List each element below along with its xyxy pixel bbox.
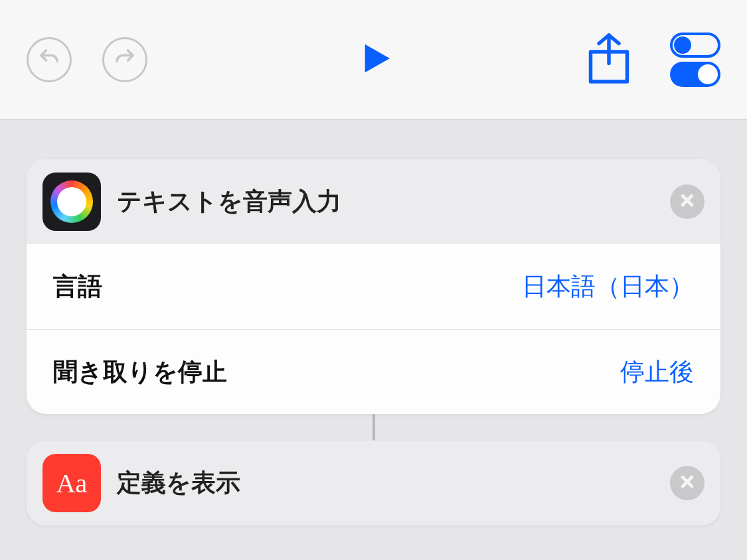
action-header[interactable]: Aa 定義を表示 (27, 441, 720, 525)
close-icon (678, 191, 697, 212)
action-connector (27, 414, 720, 441)
undo-button[interactable] (27, 37, 72, 82)
remove-action-button[interactable] (670, 184, 705, 219)
param-stop-listening-row[interactable]: 聞き取りを停止 停止後 (27, 329, 720, 414)
close-icon (678, 472, 697, 494)
toolbar-right (585, 32, 720, 88)
settings-toggle-icon (670, 33, 720, 87)
param-value-language[interactable]: 日本語（日本） (522, 270, 694, 303)
remove-action-button[interactable] (670, 466, 705, 500)
action-header[interactable]: テキストを音声入力 (27, 159, 720, 244)
play-icon (353, 37, 395, 82)
dictionary-icon: Aa (42, 454, 101, 512)
share-button[interactable] (585, 32, 633, 88)
action-title: テキストを音声入力 (117, 185, 341, 218)
workflow-content: テキストを音声入力 言語 日本語（日本） 聞き取りを停止 停止後 Aa (0, 119, 747, 525)
play-button[interactable] (353, 37, 395, 82)
toolbar-left (27, 37, 147, 82)
action-card-dictate-text: テキストを音声入力 言語 日本語（日本） 聞き取りを停止 停止後 (27, 159, 720, 414)
toolbar (0, 0, 747, 119)
action-card-show-definition: Aa 定義を表示 (27, 441, 720, 525)
share-icon (585, 76, 633, 87)
redo-icon (113, 46, 137, 73)
param-label-language: 言語 (53, 270, 102, 303)
undo-icon (37, 46, 61, 73)
param-language-row[interactable]: 言語 日本語（日本） (27, 244, 720, 329)
action-title: 定義を表示 (117, 466, 240, 500)
redo-button[interactable] (102, 37, 147, 82)
settings-button[interactable] (670, 33, 720, 87)
param-value-stop[interactable]: 停止後 (620, 356, 694, 389)
dictation-icon (42, 173, 101, 231)
param-label-stop: 聞き取りを停止 (53, 356, 227, 389)
